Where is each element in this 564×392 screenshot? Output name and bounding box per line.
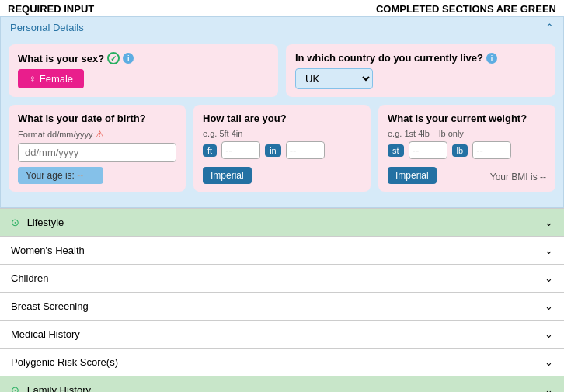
cards-row-2: What is your date of birth? Format dd/mm… bbox=[9, 105, 555, 192]
lb-input[interactable] bbox=[472, 141, 511, 159]
height-example: e.g. 5ft 4in bbox=[203, 129, 361, 138]
check-icon: ✓ bbox=[107, 52, 120, 64]
collapsible-section-3: Breast Screening⌄ bbox=[0, 292, 564, 320]
required-label: REQUIRED INPUT bbox=[8, 3, 94, 15]
country-select[interactable]: UK USA Other bbox=[295, 68, 373, 89]
dob-card: What is your date of birth? Format dd/mm… bbox=[9, 105, 186, 192]
personal-details-section: Personal Details ⌃ What is your sex? ✓ i… bbox=[0, 16, 564, 208]
collapsible-section-5: Polygenic Risk Score(s)⌄ bbox=[0, 348, 564, 376]
dob-card-title: What is your date of birth? bbox=[18, 113, 176, 124]
annotation-bar: REQUIRED INPUT COMPLETED SECTIONS ARE GR… bbox=[0, 0, 564, 16]
section-header-3[interactable]: Breast Screening⌄ bbox=[0, 293, 564, 320]
chevron-down-icon-4: ⌄ bbox=[545, 328, 553, 340]
weight-example: e.g. 1st 4lb lb only bbox=[388, 129, 546, 138]
height-imperial-button[interactable]: Imperial bbox=[203, 167, 252, 184]
sex-card: What is your sex? ✓ i ♀ Female bbox=[9, 44, 278, 97]
chevron-up-icon: ⌃ bbox=[545, 22, 554, 33]
section-label-6: ⊙ Family History bbox=[11, 384, 91, 392]
personal-details-content: What is your sex? ✓ i ♀ Female In which … bbox=[1, 38, 563, 207]
chevron-down-icon-3: ⌄ bbox=[545, 300, 553, 312]
section-label-3: Breast Screening bbox=[11, 300, 89, 312]
ft-badge: ft bbox=[203, 144, 217, 157]
section-header-2[interactable]: Children⌄ bbox=[0, 265, 564, 292]
section-header-6[interactable]: ⊙ Family History⌄ bbox=[0, 376, 564, 392]
section-label-2: Children bbox=[11, 272, 48, 284]
age-display: Your age is: -- bbox=[18, 167, 103, 184]
st-input[interactable] bbox=[409, 141, 447, 159]
country-info-icon[interactable]: i bbox=[486, 53, 497, 64]
height-card: How tall are you? e.g. 5ft 4in ft in Imp… bbox=[193, 105, 371, 192]
section-check-icon-0: ⊙ bbox=[11, 217, 23, 228]
weight-imperial-button[interactable]: Imperial bbox=[388, 167, 437, 184]
personal-details-title: Personal Details bbox=[10, 22, 84, 33]
completed-label: COMPLETED SECTIONS ARE GREEN bbox=[376, 3, 556, 15]
section-label-4: Medical History bbox=[11, 328, 80, 340]
in-badge: in bbox=[265, 144, 281, 157]
chevron-down-icon-5: ⌄ bbox=[545, 356, 553, 368]
chevron-down-icon-6: ⌄ bbox=[545, 384, 553, 392]
height-card-title: How tall are you? bbox=[203, 113, 361, 124]
collapsible-section-2: Children⌄ bbox=[0, 264, 564, 292]
personal-details-header[interactable]: Personal Details ⌃ bbox=[1, 17, 563, 38]
section-header-4[interactable]: Medical History⌄ bbox=[0, 321, 564, 348]
chevron-down-icon-0: ⌄ bbox=[545, 217, 553, 228]
sex-info-icon[interactable]: i bbox=[123, 53, 134, 64]
section-label-1: Women's Health bbox=[11, 245, 85, 256]
sex-card-title: What is your sex? ✓ i bbox=[18, 52, 269, 64]
section-header-1[interactable]: Women's Health⌄ bbox=[0, 237, 564, 264]
section-label-0: ⊙ Lifestyle bbox=[11, 217, 64, 228]
chevron-down-icon-2: ⌄ bbox=[545, 272, 553, 284]
female-icon: ♀ bbox=[29, 73, 37, 85]
warning-icon: ⚠ bbox=[96, 129, 104, 140]
weight-card-title: What is your current weight? bbox=[388, 113, 546, 124]
collapsible-section-0: ⊙ Lifestyle⌄ bbox=[0, 208, 564, 236]
dob-format-label: Format dd/mm/yyyy ⚠ bbox=[18, 129, 176, 140]
dob-input[interactable] bbox=[18, 143, 176, 162]
female-button[interactable]: ♀ Female bbox=[18, 69, 84, 88]
lb-badge: lb bbox=[452, 144, 468, 157]
cards-row-1: What is your sex? ✓ i ♀ Female In which … bbox=[9, 44, 555, 97]
bmi-display: Your BMI is -- bbox=[490, 172, 546, 182]
section-header-0[interactable]: ⊙ Lifestyle⌄ bbox=[0, 209, 564, 236]
weight-card: What is your current weight? e.g. 1st 4l… bbox=[378, 105, 555, 192]
collapsible-section-1: Women's Health⌄ bbox=[0, 236, 564, 264]
section-check-icon-6: ⊙ bbox=[11, 384, 23, 392]
collapsible-section-6: ⊙ Family History⌄ bbox=[0, 376, 564, 392]
country-card: In which country do you currently live? … bbox=[286, 44, 555, 97]
in-input[interactable] bbox=[286, 141, 325, 159]
section-header-5[interactable]: Polygenic Risk Score(s)⌄ bbox=[0, 349, 564, 376]
sections-container: ⊙ Lifestyle⌄Women's Health⌄Children⌄Brea… bbox=[0, 208, 564, 392]
collapsible-section-4: Medical History⌄ bbox=[0, 320, 564, 348]
country-card-title: In which country do you currently live? … bbox=[295, 52, 546, 64]
chevron-down-icon-1: ⌄ bbox=[545, 245, 553, 256]
section-label-5: Polygenic Risk Score(s) bbox=[11, 356, 118, 368]
height-inputs-row: ft in bbox=[203, 141, 361, 159]
ft-input[interactable] bbox=[221, 141, 260, 159]
weight-inputs-row: st lb bbox=[388, 141, 546, 159]
st-badge: st bbox=[388, 144, 404, 157]
